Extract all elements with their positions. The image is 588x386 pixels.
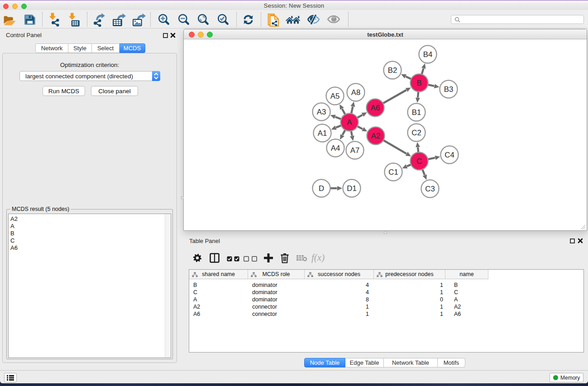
svg-text:C: C bbox=[416, 157, 422, 166]
svg-text:A7: A7 bbox=[350, 146, 360, 155]
svg-text:B4: B4 bbox=[423, 50, 433, 59]
svg-text:B2: B2 bbox=[388, 66, 397, 75]
svg-text:A1: A1 bbox=[318, 129, 327, 138]
svg-text:A6: A6 bbox=[371, 104, 380, 112]
svg-text:B1: B1 bbox=[412, 108, 421, 117]
svg-text:B3: B3 bbox=[444, 85, 454, 94]
svg-text:C4: C4 bbox=[445, 151, 454, 159]
svg-text:C3: C3 bbox=[425, 185, 435, 193]
svg-text:A8: A8 bbox=[351, 88, 361, 97]
svg-text:A2: A2 bbox=[371, 132, 381, 140]
svg-text:A5: A5 bbox=[330, 92, 340, 100]
svg-text:A: A bbox=[347, 118, 352, 127]
svg-text:D: D bbox=[319, 184, 324, 193]
svg-text:A3: A3 bbox=[317, 108, 326, 116]
svg-text:C2: C2 bbox=[411, 129, 421, 137]
svg-text:A4: A4 bbox=[331, 144, 340, 152]
svg-text:D1: D1 bbox=[347, 184, 356, 193]
svg-text:C1: C1 bbox=[388, 168, 398, 176]
svg-text:B: B bbox=[416, 79, 421, 87]
